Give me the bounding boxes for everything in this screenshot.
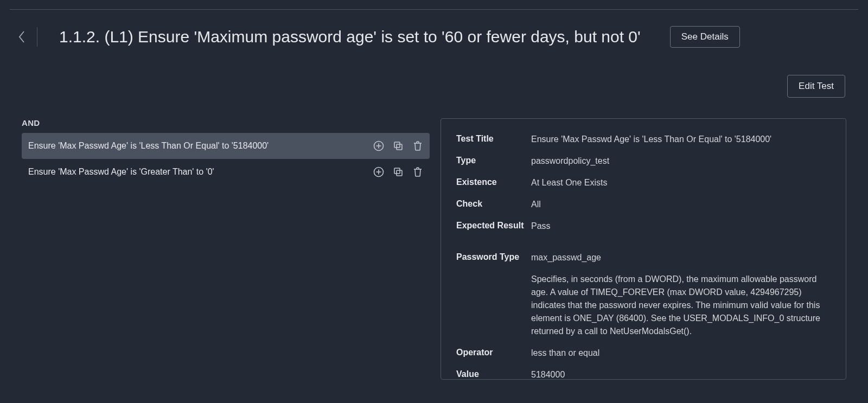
svg-rect-8 [394, 168, 400, 174]
group-operator-label: AND [22, 118, 430, 127]
detail-row-type: Type passwordpolicy_test [456, 155, 831, 168]
add-rule-button[interactable] [373, 140, 384, 151]
detail-value: Ensure 'Max Passwd Age' is 'Less Than Or… [531, 133, 831, 146]
section-gap [456, 241, 831, 251]
edit-row: Edit Test [0, 53, 868, 98]
chevron-left-icon [18, 30, 25, 43]
back-button[interactable] [16, 28, 27, 46]
rules-panel: AND Ensure 'Max Passwd Age' is 'Less Tha… [22, 118, 430, 380]
detail-label: Type [456, 155, 531, 167]
detail-value: At Least One Exists [531, 176, 831, 189]
rule-label: Ensure 'Max Passwd Age' is 'Less Than Or… [28, 141, 269, 151]
rule-actions [373, 140, 423, 151]
page-header: 1.1.2. (L1) Ensure 'Maximum password age… [0, 10, 868, 53]
copy-rule-button[interactable] [393, 140, 404, 151]
plus-circle-icon [373, 167, 384, 177]
delete-rule-button[interactable] [412, 140, 423, 151]
copy-icon [393, 167, 403, 177]
svg-rect-3 [394, 142, 400, 148]
rule-item[interactable]: Ensure 'Max Passwd Age' is 'Greater Than… [22, 159, 430, 185]
detail-value: All [531, 198, 831, 211]
detail-row-value: Value 5184000 [456, 368, 831, 380]
plus-circle-icon [373, 140, 384, 151]
detail-row-existence: Existence At Least One Exists [456, 176, 831, 189]
detail-row-password-type: Password Type max_passwd_age [456, 251, 831, 264]
copy-rule-button[interactable] [393, 167, 404, 177]
copy-icon [393, 141, 403, 151]
detail-value: max_passwd_age [531, 251, 831, 264]
detail-label: Check [456, 198, 531, 210]
detail-row-check: Check All [456, 198, 831, 211]
header-divider [37, 27, 37, 47]
details-panel: Test Title Ensure 'Max Passwd Age' is 'L… [441, 118, 846, 380]
rule-label: Ensure 'Max Passwd Age' is 'Greater Than… [28, 167, 214, 177]
detail-row-expected-result: Expected Result Pass [456, 220, 831, 233]
page-title: 1.1.2. (L1) Ensure 'Maximum password age… [59, 28, 641, 46]
detail-label: Test Title [456, 133, 531, 145]
svg-rect-9 [397, 170, 402, 176]
detail-row-operator: Operator less than or equal [456, 347, 831, 360]
detail-row-test-title: Test Title Ensure 'Max Passwd Age' is 'L… [456, 133, 831, 146]
svg-rect-4 [397, 144, 402, 150]
detail-value: Pass [531, 220, 831, 233]
detail-description: Specifies, in seconds (from a DWORD), th… [531, 273, 831, 338]
detail-label: Password Type [456, 251, 531, 263]
see-details-button[interactable]: See Details [670, 26, 740, 48]
detail-label: Value [456, 368, 531, 380]
rule-actions [373, 167, 423, 177]
trash-icon [413, 167, 423, 177]
add-rule-button[interactable] [373, 167, 384, 177]
detail-label: Expected Result [456, 220, 531, 232]
main-content: AND Ensure 'Max Passwd Age' is 'Less Tha… [0, 98, 868, 380]
detail-label: Existence [456, 176, 531, 188]
detail-label: Operator [456, 347, 531, 359]
delete-rule-button[interactable] [412, 167, 423, 177]
edit-test-button[interactable]: Edit Test [787, 75, 845, 98]
tab-strip [10, 1, 858, 10]
trash-icon [413, 140, 423, 151]
rule-item[interactable]: Ensure 'Max Passwd Age' is 'Less Than Or… [22, 133, 430, 159]
detail-row-description: Specifies, in seconds (from a DWORD), th… [456, 273, 831, 338]
detail-value: 5184000 [531, 368, 831, 380]
detail-value: less than or equal [531, 347, 831, 360]
detail-value: passwordpolicy_test [531, 155, 831, 168]
